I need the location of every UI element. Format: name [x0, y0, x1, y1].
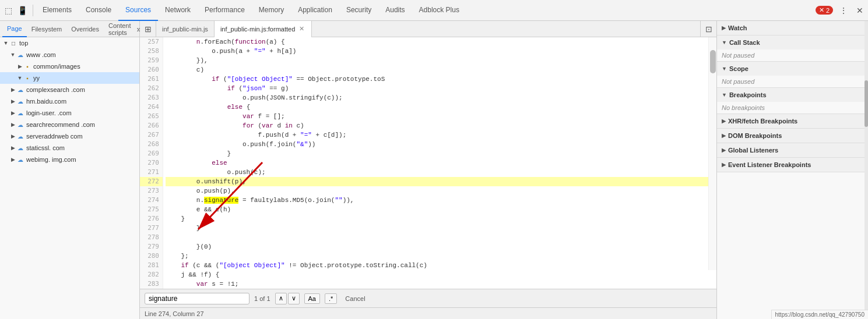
pin-icon[interactable]: ⊞ — [140, 21, 156, 37]
cancel-button[interactable]: Cancel — [342, 294, 368, 303]
tree-item-serveraddrweb[interactable]: ▶ ☁ serveraddrweb com — [0, 130, 139, 142]
collapse-icon: ▶ — [722, 162, 726, 168]
tab-adblock[interactable]: Adblock Plus — [412, 0, 466, 21]
tab-application[interactable]: Application — [291, 0, 339, 21]
line-num: 259 — [140, 56, 163, 65]
tab-close-icon[interactable]: ✕ — [297, 25, 305, 33]
code-line: e && e(h) — [166, 205, 714, 214]
inspect-icon[interactable]: ⬚ — [2, 5, 14, 16]
tree-item-top[interactable]: ▼ □ top — [0, 37, 139, 49]
cloud-icon: ☁ — [16, 51, 24, 59]
section-label: Call Stack — [729, 39, 760, 46]
search-input[interactable] — [145, 293, 249, 304]
tab-memory[interactable]: Memory — [252, 0, 291, 21]
tab-sources[interactable]: Sources — [118, 0, 158, 21]
status-bar: Line 274, Column 27 — [140, 307, 716, 319]
subtab-content-scripts[interactable]: Content scripts — [104, 21, 136, 37]
collapse-icon: ▶ — [722, 25, 726, 31]
section-label: Event Listener Breakpoints — [728, 161, 811, 168]
section-scope: ▼ Scope Not paused — [717, 62, 868, 88]
callstack-header[interactable]: ▼ Call Stack — [717, 36, 868, 49]
global-listeners-header[interactable]: ▶ Global Listeners — [717, 143, 868, 157]
line-num: 280 — [140, 251, 163, 261]
search-prev-button[interactable]: ∧ — [275, 293, 287, 304]
section-breakpoints: ▼ Breakpoints No breakpoints — [717, 88, 868, 114]
subtab-page[interactable]: Page — [2, 21, 27, 37]
tab-network[interactable]: Network — [158, 0, 198, 21]
code-line: else { — [166, 102, 714, 112]
tree-item-www[interactable]: ▼ ☁ www .com — [0, 49, 139, 61]
match-case-button[interactable]: Aa — [304, 293, 320, 304]
section-global-listeners: ▶ Global Listeners — [717, 143, 868, 158]
arrow-icon: ▼ — [16, 75, 23, 81]
line-num: 264 — [140, 102, 163, 112]
section-callstack: ▼ Call Stack Not paused — [717, 36, 868, 62]
arrow-icon: ▶ — [9, 145, 16, 151]
section-dom-breakpoints: ▶ DOM Breakpoints — [717, 129, 868, 143]
callstack-content: Not paused — [717, 49, 868, 61]
code-scroll[interactable]: 257 258 259 260 261 262 263 264 265 266 … — [140, 37, 716, 289]
arrow-icon: ▶ — [9, 122, 16, 127]
line-num: 263 — [140, 93, 163, 102]
not-paused-text: Not paused — [722, 78, 754, 85]
folder-icon: □ — [9, 39, 17, 47]
search-next-button[interactable]: ∨ — [288, 293, 300, 304]
tab-elements[interactable]: Elements — [36, 0, 79, 21]
scope-header[interactable]: ▼ Scope — [717, 62, 868, 76]
right-scrollbar[interactable] — [865, 21, 868, 319]
tree-item-common-images[interactable]: ▶ ▪ common/images — [0, 61, 139, 72]
tab-audits[interactable]: Audits — [378, 0, 412, 21]
line-num: 278 — [140, 233, 163, 242]
tree-item-complexsearch[interactable]: ▶ ☁ complexsearch .com — [0, 84, 139, 95]
watch-header[interactable]: ▶ Watch — [717, 21, 868, 35]
tree-item-searchrecommend[interactable]: ▶ ☁ searchrecommend .com — [0, 119, 139, 130]
device-icon[interactable]: 📱 — [16, 5, 28, 16]
close-icon[interactable]: ✕ — [854, 5, 866, 16]
tree-label: hm.baidu.com — [26, 98, 66, 105]
v-scrollbar[interactable] — [708, 37, 716, 270]
dom-breakpoints-header[interactable]: ▶ DOM Breakpoints — [717, 129, 868, 143]
tree-label: staticssl. com — [26, 144, 65, 151]
section-label: DOM Breakpoints — [728, 132, 782, 139]
code-line: } — [166, 214, 714, 224]
line-num: 266 — [140, 121, 163, 130]
more-options-icon[interactable]: ⋮ — [838, 5, 849, 16]
arrow-icon: ▶ — [9, 133, 16, 139]
folder-icon: ▪ — [23, 74, 31, 82]
tree-item-yy[interactable]: ▼ ▪ yy — [0, 72, 139, 84]
no-breakpoints-text: No breakpoints — [722, 104, 765, 111]
tab-label: inf_public-min.js:formatted — [220, 26, 295, 33]
editor-tab-minjs[interactable]: inf_public-min.js — [156, 21, 215, 37]
tree-item-webimg[interactable]: ▶ ☁ webimg. img.com — [0, 154, 139, 165]
scope-content: Not paused — [717, 76, 868, 87]
cloud-icon: ☁ — [16, 120, 24, 129]
tab-security[interactable]: Security — [339, 0, 378, 21]
code-line: } — [166, 149, 714, 158]
tree-item-staticssl[interactable]: ▶ ☁ staticssl. com — [0, 142, 139, 154]
section-event-breakpoints: ▶ Event Listener Breakpoints — [717, 158, 868, 172]
subtab-overrides[interactable]: Overrides — [66, 21, 104, 37]
code-line: var s = !1; — [166, 279, 714, 289]
code-line: else — [166, 158, 714, 168]
expand-icon[interactable]: ⊡ — [700, 21, 716, 37]
arrow-icon: ▶ — [9, 157, 16, 162]
breakpoints-header[interactable]: ▼ Breakpoints — [717, 88, 868, 102]
file-tree: ▼ □ top ▼ ☁ www .com ▶ ▪ common/images ▼… — [0, 37, 139, 319]
event-breakpoints-header[interactable]: ▶ Event Listener Breakpoints — [717, 158, 868, 172]
tab-console[interactable]: Console — [79, 0, 118, 21]
cloud-icon: ☁ — [16, 86, 24, 94]
regex-button[interactable]: .* — [325, 293, 337, 304]
editor-tab-formatted[interactable]: inf_public-min.js:formatted ✕ — [215, 21, 312, 37]
subtab-filesystem[interactable]: Filesystem — [27, 21, 67, 37]
tab-performance[interactable]: Performance — [198, 0, 252, 21]
code-line: o.push(a + "=" + h[a]) — [166, 47, 714, 56]
code-line: o.push(f.join("&")) — [166, 140, 714, 149]
tree-item-login-user[interactable]: ▶ ☁ login-user. .com — [0, 107, 139, 119]
url-text: https://blog.csdn.net/qq_42790750 — [775, 311, 865, 318]
tree-item-hm-baidu[interactable]: ▶ ☁ hm.baidu.com — [0, 95, 139, 107]
section-xhr-breakpoints: ▶ XHR/fetch Breakpoints — [717, 114, 868, 129]
editor-tabs: ⊞ inf_public-min.js inf_public-min.js:fo… — [140, 21, 716, 37]
tree-label: serveraddrweb com — [26, 133, 83, 140]
cloud-icon: ☁ — [16, 144, 24, 152]
xhr-breakpoints-header[interactable]: ▶ XHR/fetch Breakpoints — [717, 114, 868, 128]
